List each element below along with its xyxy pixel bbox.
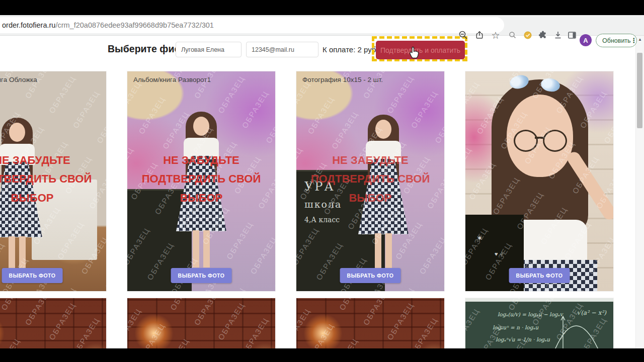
address-bar[interactable]: order.fotofiera.ru/crm_f20a0876edee93af9…: [0, 17, 504, 33]
figure-part: [375, 120, 391, 139]
warning-text: НЕ ЗАБУДЬТЕ ПОДТВЕРДИТЬ СВОЙ ВЫБОР: [307, 151, 434, 207]
card-label: Альбом/книга Обложка: [0, 76, 37, 83]
browser-toolbar: order.fotofiera.ru/crm_f20a0876edee93af9…: [0, 15, 644, 36]
photo-preview: logₐ(u/v) = logₐu − logₐv logₐuⁿ = n · l…: [465, 298, 613, 348]
photo-card-album-spread: ОБРАЗЕЦ ОБРАЗЕЦ ОБРАЗЕЦ ОБРАЗЕЦ ОБРАЗЕЦ …: [127, 71, 275, 291]
refresh-button[interactable]: Обновить ⋮: [596, 34, 637, 47]
screen: order.fotofiera.ru/crm_f20a0876edee93af9…: [0, 0, 644, 362]
card-label: Фотография 10x15 - 2 шт.: [302, 76, 383, 83]
card-label: Альбом/книга Разворот1: [133, 76, 211, 83]
photo-card: ОБРАЗЕЦ ОБРАЗЕЦ ОБРАЗЕЦ ОБРАЗЕЦ ОБРАЗЕЦ …: [127, 298, 275, 348]
scrollbar-thumb[interactable]: [637, 53, 642, 128]
total-due-label: К оплате: 2 руб.: [323, 45, 378, 54]
customer-name-input[interactable]: [176, 42, 242, 57]
photo-card-album-cover: ОБРАЗЕЦ ОБРАЗЕЦ ОБРАЗЕЦ ОБРАЗЕЦ ОБРАЗЕЦ …: [0, 71, 106, 291]
search-icon[interactable]: [507, 30, 518, 41]
select-photo-button[interactable]: ВЫБРАТЬ ФОТО: [2, 268, 63, 283]
photo-preview: ОБРАЗЕЦ ОБРАЗЕЦ ОБРАЗЕЦ ОБРАЗЕЦ ОБРАЗЕЦ …: [0, 298, 106, 348]
figure-part: [193, 117, 209, 136]
url-text: order.fotofiera.ru/crm_f20a0876edee93af9…: [2, 17, 214, 33]
bookmark-star-icon[interactable]: ☆: [490, 30, 501, 41]
chalk-formula: logₐⁿ√u = 1/n · logₐu: [496, 336, 550, 342]
select-photo-button[interactable]: ВЫБРАТЬ ФОТО: [509, 268, 570, 283]
photo-card-portrait: ✶ ♥ ✧ ОБРАЗЕЦ ОБРАЗЕЦ ОБРАЗЕЦ ОБРАЗЕЦ ОБ…: [465, 71, 613, 291]
watermark-overlay: ОБРАЗЕЦ ОБРАЗЕЦ ОБРАЗЕЦ ОБРАЗЕЦ ОБРАЗЕЦ …: [0, 298, 106, 348]
page-content: Выберите фио К оплате: 2 руб. Подтвердит…: [0, 35, 644, 348]
photo-preview: ОБРАЗЕЦ ОБРАЗЕЦ ОБРАЗЕЦ ОБРАЗЕЦ ОБРАЗЕЦ …: [127, 298, 275, 348]
photo-card: ОБРАЗЕЦ ОБРАЗЕЦ ОБРАЗЕЦ ОБРАЗЕЦ ОБРАЗЕЦ …: [0, 298, 106, 348]
glasses-lens: [543, 130, 567, 152]
watermark-overlay: ОБРАЗЕЦ ОБРАЗЕЦ ОБРАЗЕЦ ОБРАЗЕЦ ОБРАЗЕЦ …: [127, 298, 275, 348]
extensions-puzzle-icon[interactable]: [537, 30, 548, 41]
photo-card: ОБРАЗЕЦ ОБРАЗЕЦ ОБРАЗЕЦ ОБРАЗЕЦ ОБРАЗЕЦ …: [296, 298, 444, 348]
downloads-icon[interactable]: [552, 30, 564, 41]
url-host: order.fotofiera.ru: [2, 21, 55, 29]
photo-preview: ОБРАЗЕЦ ОБРАЗЕЦ ОБРАЗЕЦ ОБРАЗЕЦ ОБРАЗЕЦ …: [296, 298, 444, 348]
warning-text: НЕ ЗАБУДЬТЕ ПОДТВЕРДИТЬ СВОЙ ВЫБОР: [138, 151, 265, 207]
customer-email-input[interactable]: [246, 42, 318, 57]
side-panel-icon[interactable]: [567, 30, 578, 41]
letterbox-bottom: [0, 348, 644, 362]
share-icon[interactable]: [474, 30, 485, 41]
chalk-parabola: [548, 313, 608, 348]
warning-text: НЕ ЗАБУДЬТЕ ПОДТВЕРДИТЬ СВОЙ ВЫБОР: [0, 151, 96, 207]
chalk-formula: logₐuⁿ = n · logₐu: [493, 324, 538, 330]
select-photo-button[interactable]: ВЫБРАТЬ ФОТО: [171, 268, 232, 283]
letterbox-top: [0, 0, 644, 15]
watermark-overlay: ОБРАЗЕЦ ОБРАЗЕЦ ОБРАЗЕЦ ОБРАЗЕЦ ОБРАЗЕЦ …: [296, 298, 444, 348]
refresh-label: Обновить: [602, 37, 631, 44]
url-path: /crm_f20a0876edee93af99668d9b75ea7732/30…: [55, 21, 213, 29]
photo-preview: ✶ ♥ ✧ ОБРАЗЕЦ ОБРАЗЕЦ ОБРАЗЕЦ ОБРАЗЕЦ ОБ…: [465, 71, 613, 291]
figure-part: [9, 123, 25, 142]
photo-card-photo-10x15: УРА школа 4,А класс ОБРАЗЕЦ ОБРАЗЕЦ ОБРА…: [296, 71, 444, 291]
glasses-bridge: [535, 137, 544, 139]
scrollbar[interactable]: ▲: [635, 35, 644, 348]
refresh-menu-dots-icon[interactable]: ⋮: [631, 37, 637, 44]
confirm-and-pay-button[interactable]: Подтвердить и оплатить: [376, 41, 465, 59]
choose-name-label: Выберите фио: [108, 43, 180, 55]
profile-avatar[interactable]: A: [580, 34, 592, 46]
select-photo-button[interactable]: ВЫБРАТЬ ФОТО: [340, 268, 401, 283]
yellow-extension-icon[interactable]: [522, 30, 533, 41]
glasses-lens: [514, 130, 538, 152]
zoom-out-icon[interactable]: [458, 30, 469, 41]
photo-card-chalkboard: logₐ(u/v) = logₐu − logₐv logₐuⁿ = n · l…: [465, 298, 613, 348]
